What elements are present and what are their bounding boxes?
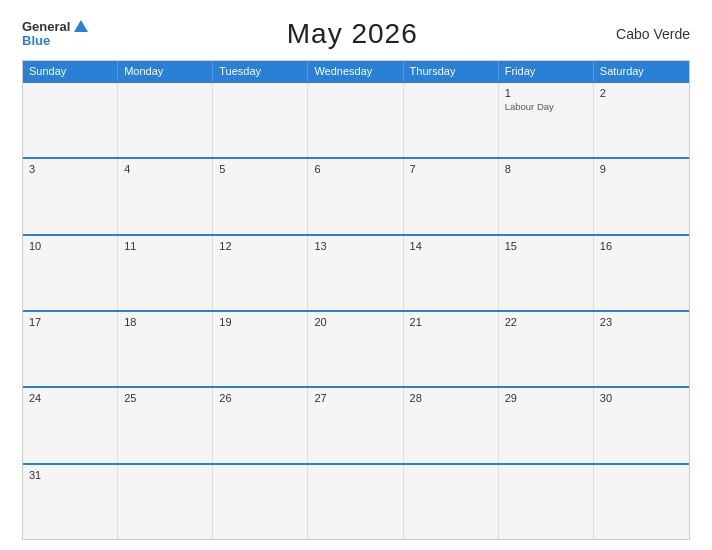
day-cell-13: 13 <box>308 236 403 310</box>
day-cell <box>308 83 403 157</box>
day-cell-26: 26 <box>213 388 308 462</box>
day-cell-14: 14 <box>404 236 499 310</box>
dow-sunday: Sunday <box>23 61 118 81</box>
day-cell <box>404 465 499 539</box>
page-header: General Blue May 2026 Cabo Verde <box>22 18 690 50</box>
day-cell-10: 10 <box>23 236 118 310</box>
week-3: 10 11 12 13 14 15 16 <box>23 234 689 310</box>
day-cell-31: 31 <box>23 465 118 539</box>
day-cell-3: 3 <box>23 159 118 233</box>
day-cell-23: 23 <box>594 312 689 386</box>
day-cell <box>118 83 213 157</box>
logo: General Blue <box>22 20 88 49</box>
day-cell-8: 8 <box>499 159 594 233</box>
day-cell <box>404 83 499 157</box>
page-title: May 2026 <box>287 18 418 50</box>
day-cell-19: 19 <box>213 312 308 386</box>
day-cell-30: 30 <box>594 388 689 462</box>
dow-saturday: Saturday <box>594 61 689 81</box>
day-cell-11: 11 <box>118 236 213 310</box>
day-cell-21: 21 <box>404 312 499 386</box>
day-cell-2: 2 <box>594 83 689 157</box>
day-cell-15: 15 <box>499 236 594 310</box>
day-cell-6: 6 <box>308 159 403 233</box>
dow-wednesday: Wednesday <box>308 61 403 81</box>
day-cell-25: 25 <box>118 388 213 462</box>
day-cell-27: 27 <box>308 388 403 462</box>
week-5: 24 25 26 27 28 29 30 <box>23 386 689 462</box>
day-cell-7: 7 <box>404 159 499 233</box>
week-4: 17 18 19 20 21 22 23 <box>23 310 689 386</box>
calendar-page: General Blue May 2026 Cabo Verde Sunday … <box>0 0 712 550</box>
week-2: 3 4 5 6 7 8 9 <box>23 157 689 233</box>
day-cell-17: 17 <box>23 312 118 386</box>
calendar-grid: Sunday Monday Tuesday Wednesday Thursday… <box>22 60 690 540</box>
day-cell-24: 24 <box>23 388 118 462</box>
day-cell <box>594 465 689 539</box>
day-cell <box>308 465 403 539</box>
week-1: 1 Labour Day 2 <box>23 81 689 157</box>
day-cell <box>499 465 594 539</box>
dow-tuesday: Tuesday <box>213 61 308 81</box>
day-cell-28: 28 <box>404 388 499 462</box>
dow-thursday: Thursday <box>404 61 499 81</box>
logo-blue-text: Blue <box>22 34 50 48</box>
day-cell-20: 20 <box>308 312 403 386</box>
day-cell-29: 29 <box>499 388 594 462</box>
logo-general-text: General <box>22 20 70 34</box>
day-cell-1: 1 Labour Day <box>499 83 594 157</box>
day-cell <box>213 83 308 157</box>
dow-friday: Friday <box>499 61 594 81</box>
logo-triangle-icon <box>74 20 88 32</box>
country-label: Cabo Verde <box>616 26 690 42</box>
day-cell-5: 5 <box>213 159 308 233</box>
day-cell-16: 16 <box>594 236 689 310</box>
day-cell <box>23 83 118 157</box>
day-cell-12: 12 <box>213 236 308 310</box>
day-cell-9: 9 <box>594 159 689 233</box>
day-cell-4: 4 <box>118 159 213 233</box>
day-cell-22: 22 <box>499 312 594 386</box>
week-6: 31 <box>23 463 689 539</box>
day-cell <box>118 465 213 539</box>
dow-monday: Monday <box>118 61 213 81</box>
calendar-header: Sunday Monday Tuesday Wednesday Thursday… <box>23 61 689 81</box>
day-cell <box>213 465 308 539</box>
day-cell-18: 18 <box>118 312 213 386</box>
